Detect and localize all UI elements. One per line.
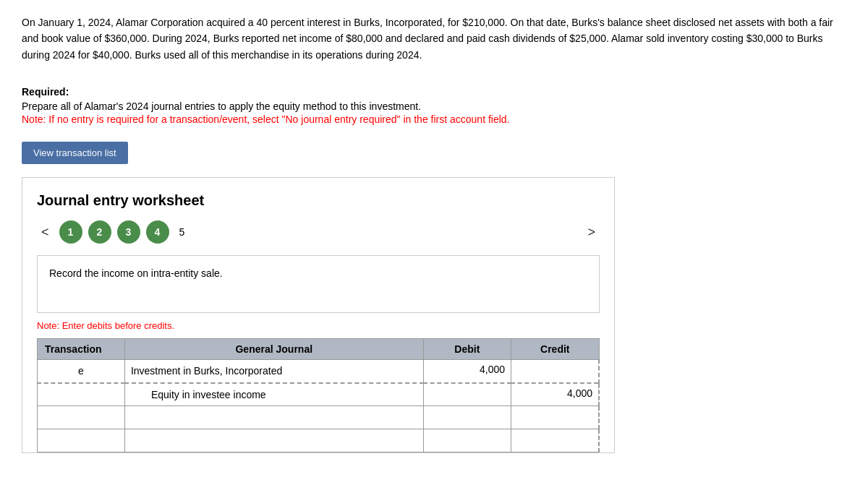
credit-cell[interactable] <box>511 360 599 383</box>
table-row: eInvestment in Burks, Incorporated4,000 <box>38 360 600 383</box>
worksheet-title: Journal entry worksheet <box>37 192 600 209</box>
prev-arrow[interactable]: < <box>37 223 54 241</box>
account-indented: Equity in investee income <box>131 389 266 400</box>
table-row <box>38 406 600 429</box>
required-note: Note: If no entry is required for a tran… <box>22 112 846 127</box>
transaction-cell <box>38 406 125 429</box>
tab-1[interactable]: 1 <box>59 220 82 244</box>
tab-2[interactable]: 2 <box>88 220 111 244</box>
header-general-journal: General Journal <box>124 339 423 360</box>
required-description: Prepare all of Alamar's 2024 journal ent… <box>22 100 846 112</box>
view-transaction-list-button[interactable]: View transaction list <box>22 142 128 164</box>
tab-4[interactable]: 4 <box>146 220 169 244</box>
tab-3[interactable]: 3 <box>117 220 140 244</box>
header-transaction: Transaction <box>38 339 125 360</box>
header-debit: Debit <box>423 339 511 360</box>
debit-cell[interactable]: 4,000 <box>423 360 511 383</box>
note-enter-debits: Note: Enter debits before credits. <box>37 320 600 331</box>
debit-cell[interactable] <box>423 406 511 429</box>
general-journal-cell[interactable] <box>124 406 423 429</box>
transaction-cell: e <box>38 360 125 383</box>
credit-cell[interactable] <box>511 406 599 429</box>
general-journal-cell[interactable]: Investment in Burks, Incorporated <box>124 360 423 383</box>
next-arrow[interactable]: > <box>583 223 600 241</box>
credit-cell[interactable]: 4,000 <box>511 383 599 406</box>
general-journal-cell[interactable]: Equity in investee income <box>124 383 423 406</box>
tab-5[interactable]: 5 <box>175 225 190 239</box>
required-label: Required: <box>22 86 846 98</box>
general-journal-cell[interactable] <box>124 429 423 452</box>
intro-paragraph: On January 1, 2024, Alamar Corporation a… <box>22 14 846 63</box>
transaction-cell <box>38 383 125 406</box>
instruction-box: Record the income on intra-entity sale. <box>37 255 600 313</box>
debit-cell[interactable] <box>423 383 511 406</box>
transaction-cell <box>38 429 125 452</box>
debit-cell[interactable] <box>423 429 511 452</box>
header-credit: Credit <box>511 339 599 360</box>
instruction-text: Record the income on intra-entity sale. <box>49 267 223 279</box>
table-row: Equity in investee income4,000 <box>38 383 600 406</box>
table-row <box>38 429 600 452</box>
tab-navigation: < 1 2 3 4 5 > <box>37 220 600 244</box>
journal-table: Transaction General Journal Debit Credit… <box>37 338 600 452</box>
credit-cell[interactable] <box>511 429 599 452</box>
journal-entry-worksheet: Journal entry worksheet < 1 2 3 4 5 > Re… <box>22 177 615 453</box>
